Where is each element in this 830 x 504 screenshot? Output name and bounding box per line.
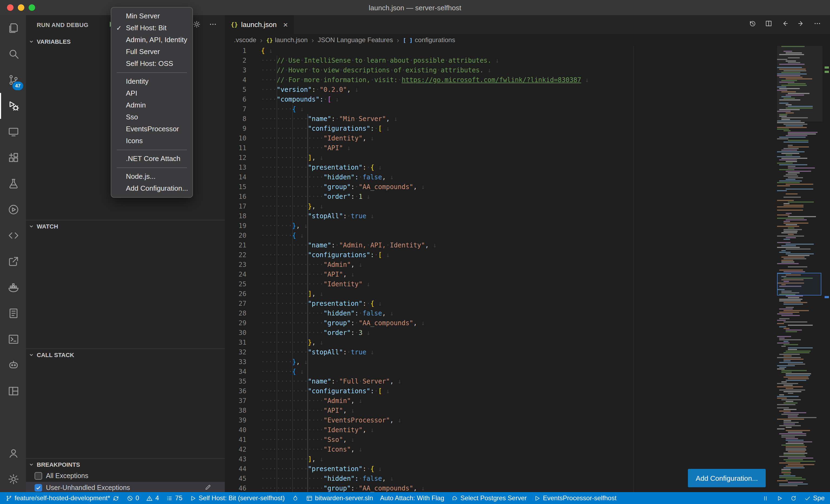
menu-item[interactable]: Admin xyxy=(111,99,192,111)
menu-item[interactable]: Self Host: OSS xyxy=(111,58,192,70)
tab-launch-json[interactable]: {} launch.json × xyxy=(225,15,294,34)
activity-account[interactable] xyxy=(0,440,26,466)
breadcrumb-item[interactable]: [ ]configurations xyxy=(403,36,455,44)
line-number[interactable]: 7 xyxy=(225,104,247,114)
menu-item[interactable]: Node.js... xyxy=(111,171,192,182)
line-number[interactable]: 6 xyxy=(225,95,247,104)
breakpoint-checkbox[interactable] xyxy=(35,484,42,492)
menu-item[interactable]: Sso xyxy=(111,111,192,123)
status-errors[interactable]: 0 xyxy=(126,494,139,502)
activity-notebook[interactable] xyxy=(0,300,26,326)
line-number[interactable]: 32 xyxy=(225,347,247,357)
status-postgres[interactable]: Select Postgres Server xyxy=(451,494,526,502)
activity-code-runner[interactable] xyxy=(0,197,26,223)
activity-layouts[interactable] xyxy=(0,378,26,404)
line-number[interactable]: 36 xyxy=(225,386,247,396)
status-debug-config[interactable]: Self Host: Bit (server-selfhost) xyxy=(189,494,285,502)
status-git-branch[interactable]: feature/self-hosted-development* xyxy=(5,494,120,502)
line-number[interactable]: 44 xyxy=(225,464,247,474)
activity-docker[interactable] xyxy=(0,274,26,300)
line-number[interactable]: 38 xyxy=(225,406,247,415)
line-number[interactable]: 37 xyxy=(225,396,247,406)
breakpoint-checkbox[interactable] xyxy=(35,472,42,480)
timeline-history-icon[interactable] xyxy=(748,20,757,30)
line-number[interactable]: 9 xyxy=(225,124,247,133)
line-number[interactable]: 1 xyxy=(225,46,247,56)
breakpoint-row[interactable]: User-Unhandled Exceptions xyxy=(26,482,225,492)
line-number[interactable]: 5 xyxy=(225,85,247,95)
line-number[interactable]: 25 xyxy=(225,279,247,289)
activity-copilot[interactable] xyxy=(0,352,26,378)
line-number[interactable]: 16 xyxy=(225,192,247,201)
activity-extensions[interactable] xyxy=(0,145,26,171)
status-warnings[interactable]: 4 xyxy=(146,494,159,502)
menu-item[interactable]: EventsProcessor xyxy=(111,123,192,135)
status-solution[interactable]: bitwarden-server.sln xyxy=(306,494,373,502)
line-number[interactable]: 18 xyxy=(225,211,247,221)
line-number[interactable]: 46 xyxy=(225,483,247,492)
status-refresh[interactable] xyxy=(790,495,797,502)
activity-settings[interactable] xyxy=(0,466,26,492)
status-auto-attach[interactable]: Auto Attach: With Flag xyxy=(380,494,444,502)
activity-rest-client[interactable] xyxy=(0,223,26,248)
activity-explorer[interactable] xyxy=(0,15,26,41)
activity-source-control[interactable]: 47 xyxy=(0,67,26,93)
line-number[interactable]: 17 xyxy=(225,201,247,211)
line-number[interactable]: 19 xyxy=(225,221,247,231)
activity-sql-tools[interactable] xyxy=(0,326,26,352)
line-number[interactable]: 42 xyxy=(225,445,247,454)
navigate-forward-icon[interactable] xyxy=(797,20,805,30)
menu-item[interactable]: Full Server xyxy=(111,46,192,58)
section-watch[interactable]: WATCH xyxy=(26,220,225,232)
line-number[interactable]: 34 xyxy=(225,367,247,376)
views-more-icon[interactable] xyxy=(209,20,217,31)
line-number[interactable]: 30 xyxy=(225,328,247,338)
line-number[interactable]: 2 xyxy=(225,56,247,65)
line-number[interactable]: 3 xyxy=(225,65,247,75)
menu-item[interactable]: .NET Core Attach xyxy=(111,153,192,165)
breadcrumb-item[interactable]: .vscode xyxy=(234,36,256,44)
edit-pencil-icon[interactable] xyxy=(204,483,212,492)
line-number[interactable]: 8 xyxy=(225,114,247,124)
line-number[interactable]: 29 xyxy=(225,318,247,328)
line-number[interactable]: 45 xyxy=(225,474,247,483)
line-number[interactable]: 20 xyxy=(225,231,247,240)
status-pause[interactable] xyxy=(762,495,769,502)
menu-item[interactable]: Add Configuration... xyxy=(111,182,192,195)
menu-item[interactable]: Admin, API, Identity xyxy=(111,34,192,46)
line-number[interactable]: 41 xyxy=(225,435,247,445)
activity-search[interactable] xyxy=(0,41,26,67)
section-breakpoints[interactable]: BREAKPOINTS xyxy=(26,458,225,470)
minimize-window-button[interactable] xyxy=(18,4,24,11)
code-editor[interactable]: 1{ ↓2····//·Use·IntelliSense·to·learn·ab… xyxy=(225,46,777,492)
menu-item[interactable]: Icons xyxy=(111,135,192,147)
line-number[interactable]: 26 xyxy=(225,289,247,299)
activity-testing[interactable] xyxy=(0,171,26,197)
line-number[interactable]: 4 xyxy=(225,75,247,85)
line-number[interactable]: 43 xyxy=(225,454,247,464)
editor-more-icon[interactable] xyxy=(813,20,821,30)
line-number[interactable]: 28 xyxy=(225,308,247,318)
line-number[interactable]: 31 xyxy=(225,338,247,347)
status-tasks-count[interactable]: 75 xyxy=(166,494,182,502)
debug-settings-gear-icon[interactable] xyxy=(192,20,201,31)
status-flame[interactable] xyxy=(292,495,299,502)
status-play[interactable] xyxy=(776,495,783,502)
zoom-window-button[interactable] xyxy=(29,4,35,11)
menu-item[interactable]: Identity xyxy=(111,76,192,88)
line-number[interactable]: 11 xyxy=(225,143,247,153)
section-call-stack[interactable]: CALL STACK xyxy=(26,348,225,360)
line-number[interactable]: 40 xyxy=(225,425,247,435)
status-spell[interactable]: Spe xyxy=(804,494,825,502)
activity-run-and-debug[interactable] xyxy=(0,93,26,119)
line-number[interactable]: 15 xyxy=(225,182,247,192)
line-number[interactable]: 13 xyxy=(225,163,247,172)
menu-item[interactable]: API xyxy=(111,88,192,99)
status-events-processor[interactable]: EventsProcessor-selfhost xyxy=(534,494,616,502)
line-number[interactable]: 14 xyxy=(225,172,247,182)
breakpoint-row[interactable]: All Exceptions xyxy=(26,470,225,482)
line-number[interactable]: 21 xyxy=(225,240,247,250)
line-number[interactable]: 35 xyxy=(225,376,247,386)
menu-item[interactable]: Min Server xyxy=(111,10,192,22)
activity-live-share[interactable] xyxy=(0,248,26,274)
